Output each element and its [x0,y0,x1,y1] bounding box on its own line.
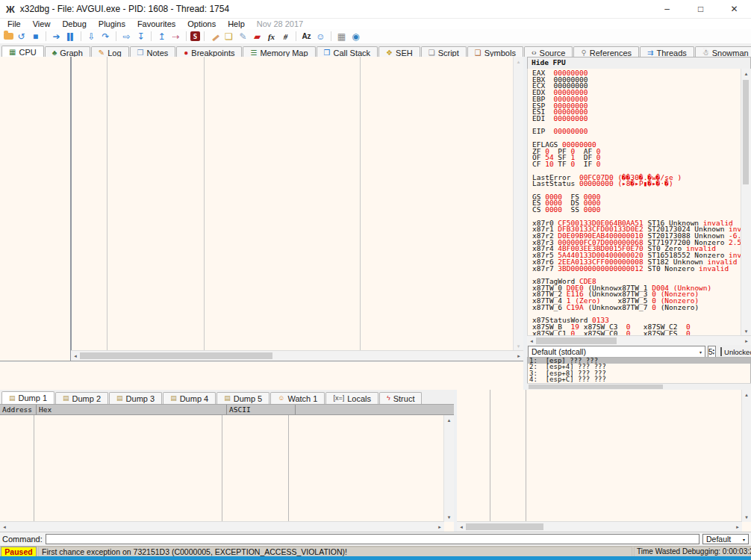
unlocked-checkbox[interactable] [720,347,722,356]
tab-locals[interactable]: [x=]Locals [325,392,378,404]
tab-dump-2[interactable]: ▤Dump 2 [55,392,108,404]
argument-count-stepper[interactable]: 5▴▾ [708,346,716,358]
argument-row[interactable]: 4: [esp+C] ??? ??? [528,376,750,382]
preferences-font-icon[interactable]: Az [300,31,313,43]
step-over-icon[interactable]: ↷ [99,31,112,43]
scroll-up-icon[interactable]: ▴ [445,416,454,424]
register-line: CF 10 TF 0 IF 0 [532,161,747,168]
menu-file[interactable]: File [1,19,27,28]
disasm-column-divider [204,57,205,351]
scroll-right-icon[interactable]: ▸ [435,523,444,531]
animate-into-icon[interactable]: ⇢ [169,31,182,43]
scroll-left-icon[interactable]: ◂ [71,352,80,360]
step-out-icon[interactable]: ↧ [134,31,147,43]
stack-hscrollbar[interactable]: ◂ ▸ [457,521,742,532]
tab-dump-4[interactable]: ▤Dump 4 [163,392,216,404]
stack-vscrollbar[interactable]: ▴ ▾ [741,390,751,522]
scroll-up-icon[interactable]: ▴ [742,69,751,78]
tab-dump-1[interactable]: ▤Dump 1 [1,391,54,404]
attach-icon[interactable]: ☺ [314,31,327,43]
menubar: FileViewDebugPluginsFavouritesOptionsHel… [0,19,751,29]
scroll-left-icon[interactable]: ◂ [0,523,9,531]
scroll-up-icon[interactable]: ▴ [514,57,523,66]
tab-dump-3[interactable]: ▤Dump 3 [109,392,162,404]
scroll-up-icon[interactable]: ▴ [742,391,751,399]
command-input[interactable] [46,534,699,544]
menu-favourites[interactable]: Favourites [131,19,181,28]
scylla-icon[interactable]: S [190,31,200,41]
comments-icon[interactable]: ❏ [222,31,235,43]
tab-icon: ‹› [532,49,537,57]
scroll-left-icon[interactable]: ◂ [457,523,466,531]
arguments-list[interactable]: 1: [esp] ??? ???2: [esp+4] ??? ???3: [es… [527,357,751,384]
tab-icon: ϟ [387,395,390,402]
tab-dump-5[interactable]: ▤Dump 5 [216,392,269,404]
scroll-down-icon[interactable]: ▾ [742,513,751,521]
dump-hscrollbar[interactable]: ◂ ▸ [0,521,444,532]
tab-icon: ❒ [324,49,331,57]
build-date-label: Nov 28 2017 [251,19,309,28]
scroll-thumb[interactable] [529,385,663,389]
tab-struct[interactable]: ϟStruct [379,392,423,404]
scroll-down-icon[interactable]: ▾ [445,513,454,521]
open-file-icon[interactable] [4,33,13,40]
registers-view[interactable]: EAX 00000000EBX 00000000ECX 00000000EDX … [527,69,747,336]
scroll-thumb[interactable] [536,337,617,344]
labels-icon[interactable]: ✎ [237,31,249,43]
dump-body[interactable] [0,415,444,522]
tab-label: SEH [396,49,413,57]
scroll-down-icon[interactable]: ▾ [514,342,523,350]
scroll-thumb[interactable] [466,523,543,530]
globe-icon[interactable]: ◉ [349,31,362,43]
bookmarks-icon[interactable]: ▰ [251,31,264,43]
toolbar-separator [116,31,116,41]
menu-help[interactable]: Help [222,19,251,28]
disassembly-view[interactable]: ▴ ▾ ◂ ▸ [0,57,523,361]
tab-label: Dump 5 [234,394,263,403]
tab-icon: ▤ [9,395,16,402]
pause-icon[interactable]: ▌▌ [64,31,77,43]
run-to-user-code-icon[interactable]: ⇨ [120,31,133,43]
close-button[interactable]: ✕ [717,0,751,18]
minimize-button[interactable]: – [650,0,684,18]
command-script-select[interactable]: Default▾ [702,534,749,544]
patches-icon[interactable]: ▬ [206,28,223,45]
stop-debug-icon[interactable]: ■ [29,31,42,43]
execute-till-return-icon[interactable]: ↥ [155,31,168,43]
scroll-thumb[interactable] [743,80,749,184]
scroll-right-icon[interactable]: ▸ [733,523,742,531]
dump-tabbar: ▤Dump 1▤Dump 2▤Dump 3▤Dump 4▤Dump 5☺Watc… [0,390,455,404]
functions-icon[interactable]: fx [265,31,278,43]
disasm-hscrollbar[interactable]: ◂ ▸ [71,350,523,361]
calling-convention-select[interactable]: Default (stdcall)▾ [528,346,705,358]
menu-options[interactable]: Options [181,19,222,28]
scroll-right-icon[interactable]: ▸ [514,352,523,360]
dump-vscrollbar[interactable]: ▴ ▾ [443,415,454,522]
scroll-thumb[interactable] [80,352,272,359]
registers-hscrollbar[interactable]: ◂ ▸ [527,335,751,345]
calculator-icon[interactable]: ▦ [335,31,348,43]
register-line: CS 0000 SS 0000 [532,207,747,214]
disasm-vscrollbar[interactable]: ▴ ▾ [513,57,523,351]
tab-watch-1[interactable]: ☺Watch 1 [270,392,325,404]
restart-icon[interactable]: ↺ [15,31,28,43]
arguments-hscrollbar[interactable] [527,383,751,390]
run-icon[interactable]: ➔ [50,31,63,43]
register-line: LastStatus 00000000 (▸8�▸P▮�▸�·�) [532,181,747,187]
hash-icon[interactable]: # [279,31,292,43]
menu-view[interactable]: View [27,19,57,28]
tab-label: Log [107,49,121,57]
step-into-icon[interactable]: ⇩ [85,31,98,43]
scroll-down-icon[interactable]: ▾ [742,327,751,335]
spin-down-icon[interactable]: ▾ [713,352,715,355]
maximize-button[interactable]: □ [684,0,717,18]
menu-debug[interactable]: Debug [56,19,92,28]
toolbar-separator [151,31,152,41]
scroll-left-icon[interactable]: ◂ [527,337,536,345]
dump-view[interactable]: Address Hex ASCII ▴ ▾ ◂ ▸ [0,404,454,532]
stack-view[interactable]: ▴ ▾ ◂ ▸ [457,390,751,532]
menu-plugins[interactable]: Plugins [93,19,131,28]
registers-vscrollbar[interactable]: ▴ ▾ [741,69,751,336]
scroll-right-icon[interactable]: ▸ [742,337,751,345]
hide-fpu-button[interactable]: Hide FPU [527,57,751,69]
